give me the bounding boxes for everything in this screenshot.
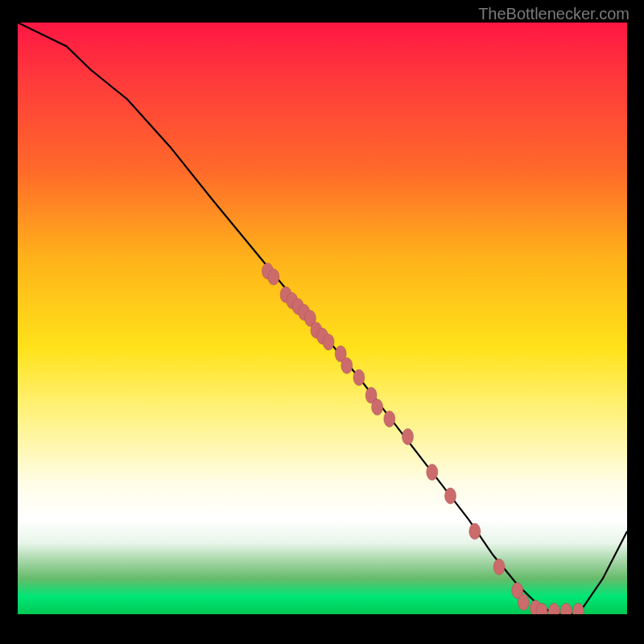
chart-svg [18, 23, 627, 614]
scatter-point [427, 464, 438, 481]
scatter-point [548, 603, 559, 614]
scatter-point [323, 334, 334, 350]
bottleneck-curve [18, 23, 627, 614]
scatter-point [384, 411, 395, 427]
scatter-point [572, 603, 584, 614]
scatter-group [262, 263, 584, 614]
watermark-text: TheBottlenecker.com [478, 5, 630, 23]
scatter-point [518, 594, 529, 610]
scatter-point [341, 357, 353, 374]
scatter-point [268, 269, 279, 285]
scatter-point [493, 559, 505, 575]
scatter-point [469, 523, 481, 539]
scatter-point [445, 488, 456, 504]
scatter-point [372, 399, 383, 415]
scatter-point [560, 603, 572, 614]
scatter-point [402, 429, 414, 445]
scatter-point [353, 369, 365, 386]
